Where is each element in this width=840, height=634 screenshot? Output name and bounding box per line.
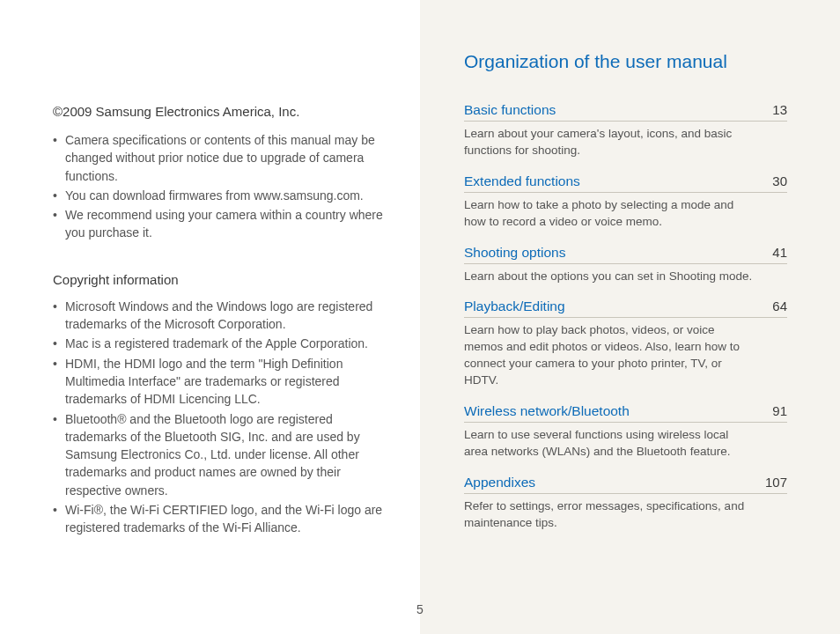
- list-item: Bluetooth® and the Bluetooth logo are re…: [53, 410, 383, 499]
- toc-desc: Learn about the options you can set in S…: [464, 269, 755, 285]
- toc-label: Shooting options: [464, 245, 565, 261]
- list-item: We recommend using your camera within a …: [53, 206, 383, 242]
- toc-item: Wireless network/Bluetooth 91 Learn to u…: [464, 403, 787, 461]
- toc-page: 30: [772, 173, 787, 188]
- toc-label: Wireless network/Bluetooth: [464, 403, 630, 419]
- list-item: Mac is a registered trademark of the App…: [53, 335, 383, 352]
- toc-desc: Learn how to play back photos, videos, o…: [464, 322, 755, 389]
- list-item: Camera specifications or contents of thi…: [53, 131, 383, 185]
- toc-head: Basic functions 13: [464, 102, 787, 122]
- toc-desc: Learn about your camera's layout, icons,…: [464, 126, 755, 159]
- toc-item: Playback/Editing 64 Learn how to play ba…: [464, 299, 787, 389]
- notices-list: Camera specifications or contents of thi…: [53, 131, 383, 242]
- toc-item: Extended functions 30 Learn how to take …: [464, 173, 787, 231]
- list-item: Microsoft Windows and the Windows logo a…: [53, 298, 383, 334]
- copyright-list: Microsoft Windows and the Windows logo a…: [53, 298, 383, 537]
- toc-page: 107: [765, 475, 787, 490]
- toc-item: Shooting options 41 Learn about the opti…: [464, 245, 787, 285]
- toc-label: Extended functions: [464, 173, 580, 189]
- toc-page: 64: [772, 299, 787, 313]
- toc-label: Playback/Editing: [464, 299, 565, 314]
- toc-desc: Refer to settings, error messages, speci…: [464, 498, 755, 532]
- company-line: ©2009 Samsung Electronics America, Inc.: [53, 104, 383, 119]
- right-column: Organization of the user manual Basic fu…: [420, 0, 840, 634]
- page-number: 5: [0, 602, 840, 616]
- toc-desc: Learn to use several functions using wir…: [464, 427, 755, 461]
- toc-label: Basic functions: [464, 102, 556, 118]
- toc-head: Shooting options 41: [464, 245, 787, 264]
- toc-head: Wireless network/Bluetooth 91: [464, 403, 787, 423]
- toc-page: 91: [772, 403, 787, 418]
- organization-title: Organization of the user manual: [464, 51, 787, 72]
- toc-head: Extended functions 30: [464, 173, 787, 193]
- toc-head: Playback/Editing 64: [464, 299, 787, 318]
- toc-desc: Learn how to take a photo by selecting a…: [464, 197, 755, 231]
- toc-head: Appendixes 107: [464, 475, 787, 494]
- toc-page: 13: [772, 102, 787, 117]
- manual-page: ©2009 Samsung Electronics America, Inc. …: [0, 0, 840, 634]
- left-column: ©2009 Samsung Electronics America, Inc. …: [0, 0, 420, 634]
- list-item: HDMI, the HDMI logo and the term "High D…: [53, 355, 383, 409]
- copyright-heading: Copyright information: [53, 272, 383, 287]
- toc-item: Appendixes 107 Refer to settings, error …: [464, 475, 787, 532]
- list-item: Wi-Fi®, the Wi-Fi CERTIFIED logo, and th…: [53, 501, 383, 537]
- toc-page: 41: [772, 245, 787, 260]
- list-item: You can download firmwares from www.sams…: [53, 187, 383, 204]
- toc-item: Basic functions 13 Learn about your came…: [464, 102, 787, 159]
- toc-label: Appendixes: [464, 475, 535, 490]
